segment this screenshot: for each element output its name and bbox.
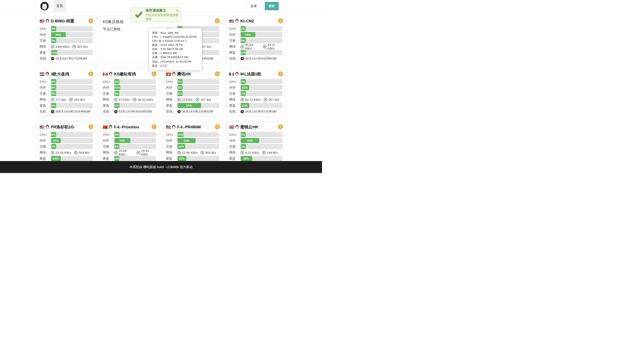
mem-bar: 15%	[114, 85, 156, 90]
linux-tux-icon	[235, 72, 239, 76]
stat-row-disk: 硬盘22%	[166, 156, 219, 162]
card-title-row: 3欧大盘鸡	[40, 71, 93, 77]
disk-bar: 24%	[51, 156, 93, 161]
info-icon[interactable]: i	[278, 18, 283, 23]
stat-label-net: 网络	[40, 150, 51, 155]
stat-row-disk: 硬盘24%	[40, 156, 93, 162]
tooltip-row: 系统：linux- [x86_64]	[152, 31, 199, 35]
swap-bar-fill: 1%	[240, 144, 246, 149]
stat-row-net: 网络45.64 KB/s43.21 KB/s	[229, 44, 282, 50]
info-icon[interactable]: i	[215, 124, 220, 129]
stat-row-net: 网络4.07 KB/s199 B/s	[229, 150, 282, 156]
stat-label-cpu: CPU	[40, 133, 51, 136]
net-down-value: 3.69 KB/s	[56, 45, 70, 48]
footer-panel-link[interactable]: 哪吒面板	[143, 165, 156, 169]
stat-row-swap: 交换1%	[229, 90, 282, 96]
card-title-row: 蜜桃云HK	[229, 124, 282, 130]
mem-bar: 39%	[114, 138, 156, 143]
info-icon[interactable]: i	[88, 18, 93, 23]
tooltip-row: 内存：2.29 GB/15.55 GB	[152, 47, 199, 51]
stat-row-cpu: CPU5%	[103, 132, 156, 138]
info-icon[interactable]: i	[278, 124, 283, 129]
net-values: 45.64 KB/s43.21 KB/s	[240, 43, 282, 50]
info-icon[interactable]: i	[278, 71, 283, 76]
stat-label-online: 在线	[229, 110, 240, 114]
uptime-clock-icon	[51, 110, 54, 114]
footer: 本系统由 哪吒面板 build · c23b88b 强力驱动	[0, 161, 322, 173]
stat-label-disk: 硬盘	[40, 104, 51, 108]
swap-bar-fill: 0%	[114, 91, 119, 96]
net-up-value: 187 B/s	[200, 98, 211, 102]
stat-label-mem: 内存	[229, 138, 240, 143]
cpu-bar-fill: 0%	[240, 132, 246, 137]
download-arrow-icon	[240, 151, 244, 154]
net-up-value: 43.21 KB/s	[268, 43, 282, 50]
country-flag-fr	[229, 72, 234, 76]
cpu-bar: 15%	[177, 132, 219, 137]
linux-tux-icon	[235, 18, 239, 23]
swap-bar: 8%	[114, 144, 156, 149]
site-logo[interactable]	[35, 0, 54, 12]
toast-title: 实时通道建立	[146, 8, 181, 12]
swap-bar-fill: 8%	[114, 144, 119, 149]
server-card: IKL法国1欧iCPU1%内存21%交换1%网络94.22 KB/s357 B/…	[226, 68, 286, 116]
stat-row-mem: 内存45%	[229, 138, 282, 144]
mem-bar: 45%	[240, 138, 282, 143]
disk-bar: 10%	[114, 156, 156, 161]
uptime-value: 34天14小时2分钟32秒	[182, 110, 214, 114]
stat-label-swap: 交换	[229, 144, 240, 149]
swap-bar: 0%	[240, 38, 282, 43]
stat-row-online: 在线34天14小时2分钟32秒	[166, 108, 219, 114]
stat-row-disk: 硬盘15%	[40, 50, 93, 56]
info-icon[interactable]: i	[215, 18, 220, 23]
stat-label-swap: 交换	[229, 39, 240, 43]
disk-bar: 1%	[51, 103, 93, 108]
net-down-value: 23.18 KB/s	[56, 151, 71, 154]
server-name: Kt-CN2	[240, 19, 254, 24]
stat-label-swap: 交换	[229, 92, 240, 96]
feedback-link[interactable]: 反馈	[246, 0, 261, 12]
uptime-value: 34天14小时4分钟42秒	[245, 56, 277, 61]
net-values: 23.18 KB/s543 B/s	[51, 151, 90, 154]
stat-label-disk: 硬盘	[229, 156, 240, 160]
info-icon[interactable]: i	[152, 124, 156, 129]
uptime-value-row: 34天13小时57分钟3秒	[240, 110, 277, 114]
stat-label-online: 在线	[166, 110, 177, 114]
uptime-value-row: 19天20小时27分钟3秒	[51, 56, 87, 61]
info-icon[interactable]: i	[88, 124, 93, 129]
country-flag-us	[40, 20, 44, 23]
download-arrow-icon	[51, 45, 54, 48]
uptime-value-row: 34天14小时2分钟32秒	[177, 110, 214, 114]
stat-row-disk: 硬盘1%	[40, 102, 93, 108]
stat-label-disk: 硬盘	[166, 104, 177, 108]
header-actions: 反馈 登录	[246, 0, 322, 12]
server-name: F.4.-PR480M	[177, 125, 201, 130]
stat-label-swap: 交换	[166, 92, 177, 96]
card-title-row: PR洛杉矶1G	[40, 124, 93, 130]
stat-row-swap: 交换0%	[40, 144, 93, 150]
stat-row-mem: 内存36%	[40, 32, 93, 38]
upload-arrow-icon	[69, 98, 73, 102]
stat-label-cpu: CPU	[40, 27, 51, 30]
country-flag-hk	[166, 72, 171, 76]
uptime-clock-icon	[240, 57, 244, 60]
tab-home[interactable]: 首页	[54, 0, 66, 12]
info-icon[interactable]: i	[215, 71, 220, 76]
stat-label-cpu: CPU	[229, 80, 240, 84]
stat-label-online: 在线	[40, 110, 51, 114]
info-icon[interactable]: i	[88, 71, 93, 76]
info-icon[interactable]: i	[152, 71, 156, 76]
upload-arrow-icon	[262, 151, 266, 154]
login-button[interactable]: 登录	[265, 2, 279, 10]
stat-row-mem: 内存39%	[103, 138, 156, 144]
net-values: 25.66 KB/s24.91 KB/s	[114, 149, 156, 156]
stat-label-mem: 内存	[103, 86, 114, 90]
net-down-value: 771 B/s	[56, 98, 66, 102]
net-up-value: 543 B/s	[79, 151, 90, 154]
toast-realtime-channel: 实时通道建立 可以实时获取最新监控数据啦 ✕	[130, 8, 181, 22]
swap-bar: N%	[177, 91, 219, 96]
stat-row-cpu: CPU0%	[166, 78, 219, 84]
disk-bar-fill: 21%	[240, 103, 249, 108]
stat-row-net: 网络23.18 KB/s543 B/s	[40, 150, 93, 156]
toast-close-icon[interactable]: ✕	[176, 9, 179, 12]
